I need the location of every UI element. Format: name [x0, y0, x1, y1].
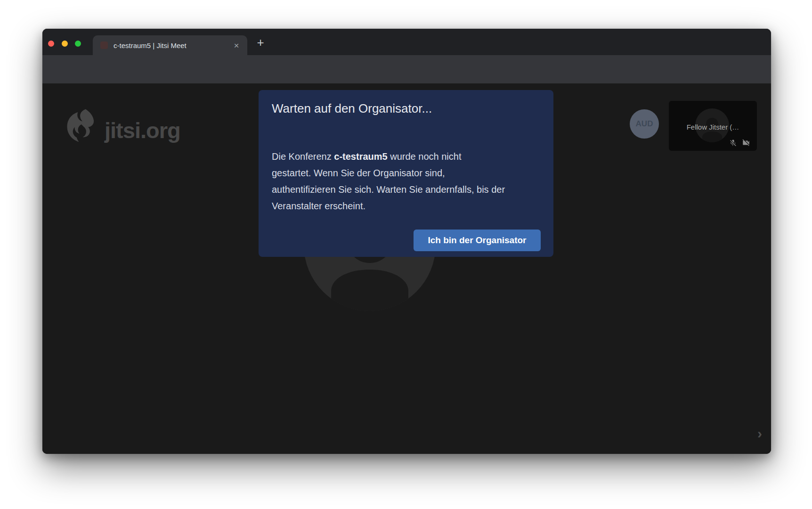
dialog-body-line: gestartet. Wenn Sie der Organisator sind…: [272, 165, 543, 181]
tab-strip: c-testraum5 | Jitsi Meet × +: [42, 29, 771, 55]
participant-display-name: Fellow Jitster (…: [669, 123, 757, 131]
dialog-body-line: Die Konferenz c-testraum5 wurde noch nic…: [272, 148, 543, 165]
dialog-body-line: Veranstalter erscheint.: [272, 198, 543, 214]
dialog-body-line: authentifizieren Sie sich. Warten Sie an…: [272, 181, 543, 198]
minimize-window-button[interactable]: [62, 41, 68, 47]
local-video-thumbnail[interactable]: Fellow Jitster (…: [669, 101, 757, 151]
audio-participant-avatar[interactable]: AUD: [630, 109, 659, 139]
jitsi-logo-icon: [64, 107, 100, 153]
tab-favicon: [100, 41, 108, 49]
waiting-for-host-dialog: Warten auf den Organisator... Die Konfer…: [259, 90, 553, 257]
zoom-window-button[interactable]: [75, 41, 81, 47]
i-am-the-host-button[interactable]: Ich bin der Organisator: [414, 230, 541, 251]
tab-close-icon[interactable]: ×: [231, 40, 242, 50]
dialog-title: Warten auf den Organisator...: [272, 101, 432, 116]
jitsi-meeting-page: jitsi.org Warten auf den Organisator... …: [42, 83, 771, 454]
filmstrip-toggle-chevron[interactable]: ›: [753, 427, 767, 441]
camera-muted-icon: [742, 139, 750, 147]
watermark-label: jitsi.org: [105, 117, 180, 143]
close-window-button[interactable]: [48, 41, 54, 47]
tab-active[interactable]: c-testraum5 | Jitsi Meet ×: [93, 35, 247, 55]
mic-muted-icon: [729, 139, 737, 147]
tab-title: c-testraum5 | Jitsi Meet: [114, 41, 187, 49]
dialog-body: Die Konferenz c-testraum5 wurde noch nic…: [272, 148, 543, 214]
browser-toolbar: conference2.simplemeeting.de/c-testraum5…: [42, 55, 771, 83]
browser-window: c-testraum5 | Jitsi Meet × + conference2…: [42, 29, 771, 454]
jitsi-watermark: jitsi.org: [64, 107, 180, 153]
conference-name: c-testraum5: [334, 151, 387, 162]
new-tab-button[interactable]: +: [253, 36, 268, 50]
